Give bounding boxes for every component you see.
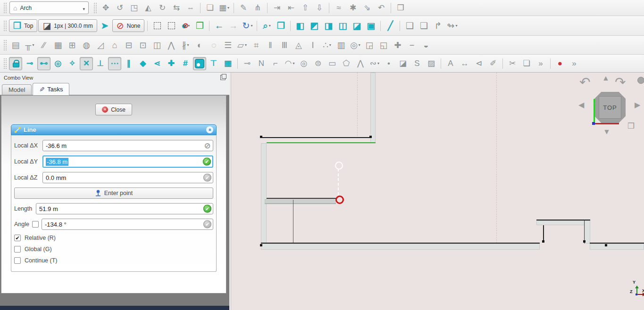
draft-point-icon[interactable]: • bbox=[382, 57, 395, 70]
arch-fence-icon[interactable]: Ⅲ bbox=[278, 39, 291, 52]
snap-intersection-icon[interactable]: ✕ bbox=[80, 57, 93, 70]
draft-wire-to-bspline-icon[interactable]: ≈ bbox=[332, 1, 345, 15]
snap-working-plane-icon[interactable] bbox=[193, 57, 206, 70]
angle-input[interactable]: -134.8 ° bbox=[42, 219, 213, 230]
drawn-wall-band[interactable] bbox=[265, 199, 336, 204]
draft-join-icon[interactable]: ⇥ bbox=[270, 1, 284, 15]
arch-cut-line-icon[interactable]: ◱ bbox=[377, 39, 390, 52]
draft-circle-icon[interactable]: ◎ bbox=[297, 57, 310, 70]
macro-record-icon[interactable]: ● bbox=[553, 57, 567, 70]
nav-mini-cube-icon[interactable]: ❒ bbox=[627, 122, 635, 130]
arch-wall-icon[interactable]: ▤ bbox=[9, 39, 22, 52]
arch-cut-plane-icon[interactable]: ◲ bbox=[363, 39, 376, 52]
tab-tasks[interactable]: Tasks bbox=[33, 83, 69, 95]
snap-dimensions-icon[interactable]: ⊤ bbox=[207, 57, 220, 70]
cut-icon[interactable]: ✂ bbox=[506, 57, 519, 70]
nav-up-icon[interactable]: ▲ bbox=[602, 74, 610, 82]
snap-grid-icon[interactable]: # bbox=[179, 57, 192, 70]
view-history-icon-dropdown[interactable]: ▾ bbox=[251, 24, 252, 28]
arch-window-icon[interactable]: ◫ bbox=[151, 39, 164, 52]
nav-orbit-dot[interactable] bbox=[637, 77, 644, 84]
draft-rotate-icon[interactable]: ↺ bbox=[113, 1, 126, 15]
arch-rebar-icon[interactable]: ∕∕ bbox=[37, 39, 50, 52]
arch-pipe-icon[interactable]: ◎▾ bbox=[349, 39, 362, 52]
arch-column-icon[interactable]: ‖ bbox=[264, 39, 277, 52]
draft-flip-icon[interactable]: ↶ bbox=[375, 1, 388, 15]
arch-structure-icon-dropdown[interactable]: ▾ bbox=[32, 43, 34, 47]
arch-project-icon[interactable]: ◍ bbox=[80, 39, 93, 52]
zoom-icon[interactable]: ⌕▾ bbox=[260, 19, 273, 33]
snap-center-icon[interactable]: ◎ bbox=[51, 57, 65, 70]
niche-left-jamb[interactable] bbox=[543, 225, 544, 241]
snap-extension-icon[interactable]: ⋯ bbox=[108, 57, 121, 70]
fit-all-icon[interactable]: ❒ bbox=[274, 19, 287, 33]
toolbar-overflow-icon[interactable]: » bbox=[534, 57, 547, 70]
draft-array-icon[interactable]: ▦▾ bbox=[217, 1, 231, 15]
arch-axis-icon-dropdown[interactable]: ▾ bbox=[187, 43, 189, 47]
view-front-icon[interactable]: ◧ bbox=[293, 19, 307, 33]
close-button[interactable]: Close bbox=[95, 104, 132, 115]
arch-space-icon[interactable]: ◌ bbox=[207, 39, 220, 52]
wall-segment[interactable] bbox=[261, 143, 267, 245]
draft-upgrade-icon[interactable]: ⇧ bbox=[299, 1, 312, 15]
arch-profile-icon[interactable]: I bbox=[306, 39, 319, 52]
draft-array-icon-dropdown[interactable]: ▾ bbox=[227, 6, 229, 10]
float-panel-icon[interactable] bbox=[220, 75, 226, 80]
wall-divider-line[interactable] bbox=[293, 200, 293, 244]
toolbar-handle[interactable] bbox=[3, 40, 7, 51]
toggle-construction-icon-dropdown[interactable]: ▾ bbox=[188, 24, 190, 28]
arch-axis-icon[interactable]: ∦▾ bbox=[179, 39, 192, 52]
arch-panel-icon-dropdown[interactable]: ▾ bbox=[245, 43, 247, 47]
enter-point-button[interactable]: Enter point bbox=[14, 188, 213, 199]
arch-schedule-icon[interactable]: ▥ bbox=[335, 39, 348, 52]
draft-facebinder-icon[interactable]: ◪ bbox=[396, 57, 410, 70]
collapse-chevron-icon[interactable] bbox=[206, 126, 213, 133]
arch-stairs-icon[interactable]: ☰ bbox=[221, 39, 234, 52]
draft-bezier-icon-dropdown[interactable]: ▾ bbox=[377, 61, 379, 65]
arch-curtainwall-icon[interactable]: ▦ bbox=[51, 39, 65, 52]
draft-polyline-icon[interactable]: N bbox=[255, 57, 268, 70]
snap-midpoint-icon[interactable]: ⊷ bbox=[37, 57, 50, 70]
view-bottom-icon[interactable]: ◪ bbox=[350, 19, 363, 33]
draft-arc-icon-dropdown[interactable]: ▾ bbox=[293, 61, 294, 65]
snap-angle-icon[interactable]: ✧ bbox=[66, 57, 79, 70]
length-input[interactable]: 51.9 m bbox=[36, 203, 213, 214]
relative-checkbox[interactable] bbox=[14, 235, 21, 241]
draft-dimension-icon[interactable]: ↔ bbox=[458, 57, 471, 70]
draft-bezier-icon[interactable]: ∾▾ bbox=[368, 57, 381, 70]
arch-roof-icon[interactable]: ⋀ bbox=[165, 39, 178, 52]
nav-cube[interactable]: TOP bbox=[594, 92, 626, 123]
toolbar-handle[interactable] bbox=[3, 20, 7, 32]
draft-edit-icon[interactable]: ✎ bbox=[237, 1, 250, 15]
draft-clone-icon[interactable]: ❏ bbox=[203, 1, 217, 15]
paste-icon[interactable]: ❏ bbox=[520, 57, 533, 70]
tab-model[interactable]: Model bbox=[2, 84, 32, 95]
nav-forward-icon[interactable]: → bbox=[226, 19, 240, 33]
arch-survey-icon[interactable]: ◒ bbox=[419, 39, 433, 52]
arch-add-component-icon[interactable]: ✚ bbox=[391, 39, 404, 52]
bbox-element-selection-icon[interactable] bbox=[165, 19, 178, 33]
highlighted-green-line[interactable] bbox=[267, 142, 376, 143]
angle-lock-checkbox[interactable] bbox=[32, 221, 39, 228]
draft-bspline-icon[interactable]: ⋀ bbox=[354, 57, 367, 70]
nav-right-icon[interactable]: ▶ bbox=[635, 101, 640, 109]
global-checkbox[interactable] bbox=[14, 246, 21, 253]
line-task-header[interactable]: Line bbox=[11, 124, 217, 135]
arch-truss-icon[interactable]: ◬ bbox=[292, 39, 305, 52]
continue-checkbox[interactable] bbox=[14, 257, 21, 264]
wall-edge-line[interactable] bbox=[261, 137, 371, 138]
draft-polygon-icon[interactable]: ⬠ bbox=[340, 57, 353, 70]
draft-scale-icon[interactable]: ◳ bbox=[127, 1, 141, 15]
drawn-wall-edge[interactable] bbox=[267, 198, 336, 199]
arch-remove-component-icon[interactable]: − bbox=[405, 39, 418, 52]
arch-building-icon[interactable]: ⌂ bbox=[108, 39, 121, 52]
3d-viewport[interactable]: ↶ ↷ ▲ ▼ ◀ ▶ ❒ TOP Y Z X bbox=[231, 73, 644, 310]
draft-point-array-icon[interactable]: ✱ bbox=[346, 1, 360, 15]
nav-rotate-right-icon[interactable]: ↷ bbox=[615, 76, 626, 89]
draft-arc-icon[interactable]: ◠▾ bbox=[283, 57, 296, 70]
draft-hatch-icon[interactable]: ▨ bbox=[425, 57, 438, 70]
nav-rotate-left-icon[interactable]: ↶ bbox=[579, 76, 590, 89]
draft-ellipse-icon[interactable]: ⊜ bbox=[311, 57, 325, 70]
apply-style-icon[interactable]: ➤ bbox=[98, 19, 111, 33]
niche-top-band[interactable] bbox=[536, 220, 590, 225]
